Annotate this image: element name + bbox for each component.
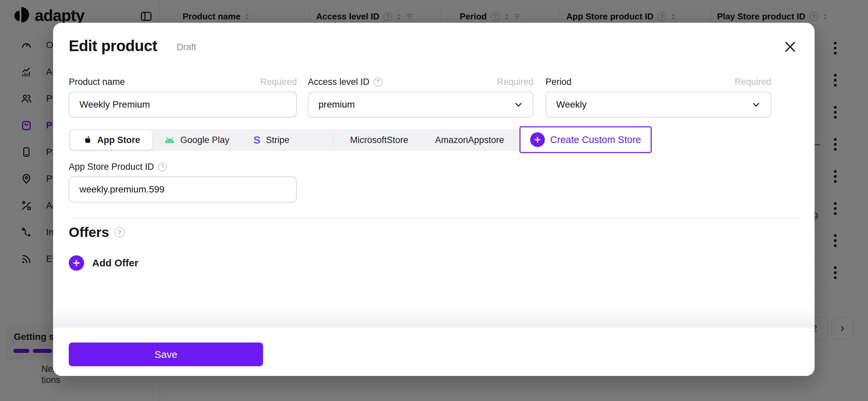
scroll-shade (53, 310, 814, 327)
product-name-input[interactable] (80, 99, 286, 110)
close-icon[interactable] (783, 39, 798, 54)
chevron-down-icon (752, 100, 761, 109)
tab-google-play[interactable]: Google Play (152, 130, 241, 150)
section-divider (69, 218, 799, 219)
plus-icon (530, 132, 545, 147)
draft-badge: Draft (177, 42, 196, 53)
required-label: Required (735, 77, 771, 87)
access-level-field: Access level ID ? Required premium (308, 76, 533, 118)
help-icon[interactable]: ? (374, 78, 382, 87)
apple-icon (83, 135, 92, 145)
period-field: Period Required Weekly (546, 76, 771, 118)
plus-icon (69, 255, 84, 271)
product-name-field: Product name Required (69, 76, 297, 118)
help-icon[interactable]: ? (115, 227, 125, 237)
period-label: Period (546, 77, 571, 87)
app-store-product-id-field: App Store Product ID ? (69, 161, 297, 202)
modal-footer: Save (53, 327, 814, 376)
access-level-label: Access level ID (308, 77, 370, 87)
tab-amazon-appstore[interactable]: AmazonAppstore (422, 130, 518, 150)
store-tabs: App Store Google Play S Stripe Microsoft… (69, 129, 519, 151)
tab-app-store[interactable]: App Store (70, 130, 152, 150)
required-label: Required (497, 77, 533, 87)
create-custom-store-button[interactable]: Create Custom Store (520, 126, 652, 153)
tab-microsoft-store[interactable]: MicrosoftStore (337, 130, 422, 150)
required-label: Required (260, 77, 297, 87)
app-store-product-id-input[interactable] (80, 184, 286, 195)
tab-divider (333, 132, 334, 148)
offers-header: Offers ? (69, 225, 125, 240)
help-icon[interactable]: ? (158, 163, 167, 171)
chevron-down-icon (514, 100, 523, 109)
add-offer-button[interactable]: Add Offer (69, 255, 138, 271)
stripe-icon: S (253, 134, 260, 146)
product-name-label: Product name (69, 77, 125, 87)
edit-product-modal: Edit product Draft Product name Required… (53, 23, 814, 376)
offers-title: Offers (69, 225, 109, 240)
modal-title: Edit product (69, 37, 157, 55)
app-store-product-id-label: App Store Product ID (69, 162, 154, 172)
period-select[interactable]: Weekly (546, 91, 771, 118)
android-icon (164, 136, 175, 144)
access-level-select[interactable]: premium (308, 91, 533, 118)
tab-stripe[interactable]: S Stripe (241, 130, 302, 150)
save-button[interactable]: Save (69, 343, 263, 366)
